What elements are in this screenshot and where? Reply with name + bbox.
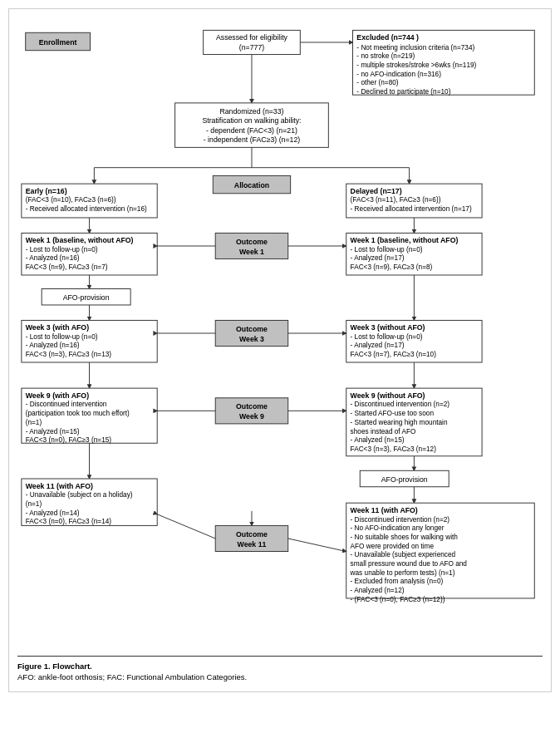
svg-text:Randomized (n=33): Randomized (n=33) [219, 107, 283, 116]
svg-text:- Lost to follow-up (n=0): - Lost to follow-up (n=0) [351, 246, 423, 253]
svg-text:- Discontinued intervention (n: - Discontinued intervention (n=2) [351, 401, 450, 408]
figure-container: Enrollment Assessed for eligibility (n=7… [8, 8, 552, 692]
svg-text:- Analyzed (n=12): - Analyzed (n=12) [351, 587, 405, 594]
svg-text:- Unavailable (subject experie: - Unavailable (subject experienced [351, 551, 456, 558]
svg-text:AFO-provision: AFO-provision [63, 293, 110, 302]
svg-text:- No AFO-indication any longer: - No AFO-indication any longer [351, 524, 445, 532]
svg-text:- Analyzed (n=15): - Analyzed (n=15) [26, 428, 80, 435]
svg-text:- multiple strokes/stroke >6wk: - multiple strokes/stroke >6wks (n=119) [356, 61, 476, 69]
svg-text:- no AFO-indication (n=316): - no AFO-indication (n=316) [356, 71, 441, 78]
svg-text:Enrollment: Enrollment [39, 38, 77, 47]
svg-text:Week 9: Week 9 [239, 412, 264, 421]
svg-text:Week 1 (baseline, without AFO): Week 1 (baseline, without AFO) [26, 236, 134, 244]
svg-text:FAC<3 (n=3), FAC≥3 (n=12): FAC<3 (n=3), FAC≥3 (n=12) [351, 445, 437, 453]
svg-text:FAC<3 (n=9), FAC≥3 (n=8): FAC<3 (n=9), FAC≥3 (n=8) [351, 263, 433, 271]
svg-text:- Started wearing high mountai: - Started wearing high mountain [351, 419, 448, 426]
svg-text:- Analyzed (n=17): - Analyzed (n=17) [351, 342, 405, 350]
caption-title: Figure 1. Flowchart. [17, 662, 92, 671]
svg-text:AFO were provided on time: AFO were provided on time [351, 543, 435, 550]
svg-text:- Excluded from analysis (n=0): - Excluded from analysis (n=0) [351, 578, 444, 585]
figure-caption: Figure 1. Flowchart. AFO: ankle-foot ort… [17, 656, 543, 683]
svg-text:FAC<3 (n=3), FAC≥3 (n=13): FAC<3 (n=3), FAC≥3 (n=13) [26, 351, 112, 358]
svg-text:(n=1): (n=1) [26, 500, 42, 508]
svg-text:Early (n=16): Early (n=16) [26, 187, 67, 195]
svg-line-119 [157, 514, 215, 539]
svg-text:Week 3: Week 3 [239, 335, 264, 343]
svg-text:(n=777): (n=777) [239, 43, 264, 52]
svg-text:- Not meeting inclusion criter: - Not meeting inclusion criteria (n=734) [356, 44, 474, 52]
svg-text:FAC<3 (n=7), FAC≥3 (n=10): FAC<3 (n=7), FAC≥3 (n=10) [351, 351, 437, 358]
svg-text:- Declined to participate (n=1: - Declined to participate (n=10) [356, 88, 450, 96]
svg-text:FAC<3 (n=9), FAC≥3 (n=7): FAC<3 (n=9), FAC≥3 (n=7) [26, 263, 108, 271]
svg-text:Week 1: Week 1 [239, 248, 264, 256]
svg-text:- (FAC<3 (n=0), FAC≥3 (n=12)): - (FAC<3 (n=0), FAC≥3 (n=12)) [351, 596, 445, 603]
svg-text:(FAC<3 (n=10), FAC≥3 (n=6)): (FAC<3 (n=10), FAC≥3 (n=6)) [26, 196, 116, 204]
svg-text:- Analyzed (n=16): - Analyzed (n=16) [26, 254, 80, 262]
svg-text:- Unavailable (subject on a ho: - Unavailable (subject on a holiday) [26, 491, 133, 499]
svg-text:- Analyzed (n=17): - Analyzed (n=17) [351, 254, 405, 262]
svg-text:AFO-provision: AFO-provision [381, 475, 428, 484]
svg-text:- Received allocated intervent: - Received allocated intervention (n=16) [26, 205, 147, 213]
svg-text:- Analyzed (n=16): - Analyzed (n=16) [26, 342, 80, 350]
svg-text:Week 11 (with AFO): Week 11 (with AFO) [26, 482, 93, 490]
svg-text:Week 11 (with AFO): Week 11 (with AFO) [351, 506, 418, 514]
svg-text:FAC<3 (n=0), FAC≥3 (n=15): FAC<3 (n=0), FAC≥3 (n=15) [26, 436, 112, 444]
svg-text:shoes instead of AFO: shoes instead of AFO [351, 428, 416, 435]
svg-text:- Analyzed (n=15): - Analyzed (n=15) [351, 436, 405, 444]
svg-text:- Lost to follow-up (n=0): - Lost to follow-up (n=0) [26, 333, 98, 341]
svg-text:- Lost to follow-up (n=0): - Lost to follow-up (n=0) [26, 246, 98, 253]
svg-text:Excluded (n=744 ): Excluded (n=744 ) [356, 33, 419, 42]
svg-line-120 [288, 539, 346, 552]
svg-text:small pressure wound due to AF: small pressure wound due to AFO and [351, 560, 468, 568]
svg-text:(n=1): (n=1) [26, 419, 42, 426]
svg-text:Week 3 (without AFO): Week 3 (without AFO) [351, 323, 425, 332]
svg-text:- Analyzed (n=14): - Analyzed (n=14) [26, 509, 80, 517]
svg-text:- Discontinued intervention (n: - Discontinued intervention (n=2) [351, 516, 450, 524]
svg-text:Allocation: Allocation [234, 181, 269, 189]
svg-text:Week 9 (with AFO): Week 9 (with AFO) [26, 391, 89, 400]
svg-text:- Discontinued intervention: - Discontinued intervention [26, 401, 107, 408]
svg-text:was unable to perform tests) (: was unable to perform tests) (n=1) [350, 569, 455, 577]
svg-text:Outcome: Outcome [236, 530, 268, 539]
flowchart-svg: Enrollment Assessed for eligibility (n=7… [17, 17, 543, 649]
svg-text:(FAC<3 (n=11), FAC≥3 (n=6)): (FAC<3 (n=11), FAC≥3 (n=6)) [351, 196, 441, 204]
svg-text:Week 1 (baseline, without AFO): Week 1 (baseline, without AFO) [351, 236, 459, 244]
svg-text:- dependent (FAC<3) (n=21): - dependent (FAC<3) (n=21) [206, 126, 297, 135]
svg-text:Week 11: Week 11 [238, 540, 267, 549]
svg-text:Week 9 (without AFO): Week 9 (without AFO) [351, 391, 425, 400]
svg-text:- Received allocated intervent: - Received allocated intervention (n=17) [351, 205, 472, 213]
svg-text:Stratification on walking abil: Stratification on walking ability: [202, 116, 301, 125]
svg-text:Outcome: Outcome [236, 238, 268, 246]
svg-text:- independent (FAC≥3) (n=12): - independent (FAC≥3) (n=12) [204, 135, 301, 144]
svg-text:- Lost to follow-up (n=0): - Lost to follow-up (n=0) [351, 333, 423, 341]
svg-text:- other (n=80): - other (n=80) [356, 80, 398, 87]
svg-text:Assessed for eligibility: Assessed for eligibility [216, 33, 288, 42]
svg-text:- No suitable shoes for walkin: - No suitable shoes for walking with [351, 534, 459, 541]
svg-text:Delayed (n=17): Delayed (n=17) [351, 187, 402, 195]
caption-body: AFO: ankle-foot orthosis; FAC: Functiona… [17, 672, 247, 681]
svg-text:Week 3 (with AFO): Week 3 (with AFO) [26, 323, 89, 332]
svg-text:- no stroke (n=219): - no stroke (n=219) [356, 52, 415, 60]
svg-text:Outcome: Outcome [236, 402, 268, 411]
svg-text:FAC<3 (n=0), FAC≥3 (n=14): FAC<3 (n=0), FAC≥3 (n=14) [26, 518, 112, 525]
svg-text:- Started AFO-use too soon: - Started AFO-use too soon [351, 410, 435, 417]
svg-text:Outcome: Outcome [236, 325, 268, 333]
svg-text:(participation took too much e: (participation took too much effort) [26, 410, 130, 417]
